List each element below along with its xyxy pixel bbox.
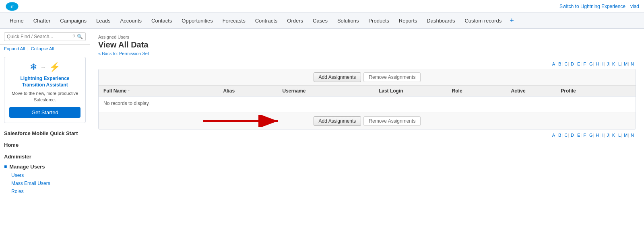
nav-custom-records[interactable]: Custom records: [460, 13, 506, 29]
nav-reports[interactable]: Reports: [394, 13, 422, 29]
alpha-bot-N[interactable]: N: [631, 133, 634, 138]
sidebar-section-mobile: Salesforce Mobile Quick Start: [0, 126, 90, 138]
alpha-nav-top: A| B| C| D| E| F| G| H| I| J| K| L| M| N: [98, 62, 636, 66]
collapse-all-link[interactable]: Collapse All: [31, 46, 54, 51]
top-bar-right: Switch to Lightning Experience viad: [559, 4, 639, 9]
bolt-icon: ⚡: [49, 62, 60, 72]
nav-home[interactable]: Home: [5, 13, 29, 29]
nav-plus[interactable]: +: [506, 16, 517, 25]
alpha-H[interactable]: H: [596, 62, 599, 66]
top-bar: sf Switch to Lightning Experience viad: [0, 0, 644, 13]
manage-users-label: Manage Users: [9, 164, 45, 170]
alpha-I[interactable]: I: [602, 62, 603, 66]
alpha-bot-A[interactable]: A: [552, 133, 555, 138]
nav-campaigns[interactable]: Campaigns: [55, 13, 91, 29]
alpha-bot-D[interactable]: D: [571, 133, 574, 138]
top-bar-left: sf: [5, 2, 19, 11]
table-area: Add Assignments Remove Assignments Full …: [98, 69, 636, 129]
add-assignments-button-bottom[interactable]: Add Assignments: [314, 116, 361, 126]
alpha-bot-G[interactable]: G: [589, 133, 593, 138]
alpha-L[interactable]: L: [618, 62, 621, 66]
alpha-bot-J[interactable]: J: [607, 133, 609, 138]
col-role: Role: [452, 88, 508, 94]
sidebar-section-administer: Administer: [0, 150, 90, 161]
alpha-K[interactable]: K: [612, 62, 615, 66]
no-records-message: No records to display.: [103, 101, 631, 106]
alpha-D[interactable]: D: [571, 62, 574, 66]
col-active: Active: [511, 88, 558, 94]
sidebar-item-roles[interactable]: Roles: [0, 187, 90, 195]
nav-orders[interactable]: Orders: [282, 13, 308, 29]
nav-accounts[interactable]: Accounts: [116, 13, 147, 29]
alpha-E[interactable]: E: [577, 62, 580, 66]
help-icon: ?: [72, 34, 75, 39]
alpha-bot-F[interactable]: F: [583, 133, 586, 138]
nav-dashboards[interactable]: Dashboards: [422, 13, 460, 29]
alpha-bot-K[interactable]: K: [612, 133, 615, 138]
separator: |: [27, 46, 29, 51]
promo-arrow-icon: →: [40, 64, 46, 70]
sidebar-manage-users-group[interactable]: ■ Manage Users: [0, 161, 90, 171]
lightning-promo: ❄ → ⚡ Lightning ExperienceTransition Ass…: [4, 57, 86, 123]
alpha-nav-bottom: A| B| C| D| E| F| G| H| I| J| K| L| M| N: [98, 133, 636, 138]
alpha-J[interactable]: J: [607, 62, 609, 66]
nav-chatter[interactable]: Chatter: [29, 13, 56, 29]
alpha-bot-I[interactable]: I: [602, 133, 603, 138]
user-label: viad: [630, 4, 639, 9]
nav-products[interactable]: Products: [363, 13, 394, 29]
salesforce-logo: sf: [5, 2, 19, 11]
alpha-bot-E[interactable]: E: [577, 133, 580, 138]
alpha-bot-H[interactable]: H: [596, 133, 599, 138]
alpha-M[interactable]: M: [624, 62, 627, 66]
col-last-login: Last Login: [379, 88, 449, 94]
breadcrumb: Assigned Users: [98, 35, 636, 39]
svg-text:sf: sf: [10, 4, 14, 8]
expand-collapse: Expand All | Collapse All: [0, 45, 90, 53]
alpha-F[interactable]: F: [583, 62, 586, 66]
sidebar-item-users[interactable]: Users: [0, 171, 90, 179]
alpha-A[interactable]: A: [552, 62, 555, 66]
remove-assignments-button-bottom[interactable]: Remove Assignments: [363, 116, 421, 126]
table-header: Full Name ↑ Alias Username Last Login Ro…: [99, 86, 636, 97]
main-content: Assigned Users View All Data Back to: Pe…: [90, 29, 644, 226]
alpha-bot-L[interactable]: L: [618, 133, 621, 138]
nav-forecasts[interactable]: Forecasts: [218, 13, 250, 29]
search-icon[interactable]: 🔍: [77, 34, 83, 39]
alpha-B[interactable]: B: [558, 62, 561, 66]
search-icons: ? 🔍: [72, 34, 83, 39]
expand-all-link[interactable]: Expand All: [4, 46, 25, 51]
alpha-G[interactable]: G: [589, 62, 593, 66]
get-started-button[interactable]: Get Started: [9, 107, 80, 118]
nav-opportunities[interactable]: Opportunities: [177, 13, 217, 29]
sidebar-item-mass-email[interactable]: Mass Email Users: [0, 179, 90, 187]
alpha-bot-B[interactable]: B: [558, 133, 561, 138]
nav-contracts[interactable]: Contracts: [250, 13, 283, 29]
back-link[interactable]: Back to: Permission Set: [98, 51, 149, 56]
snowflake-icon: ❄: [30, 62, 37, 72]
table-toolbar-top: Add Assignments Remove Assignments: [99, 69, 636, 86]
sidebar-search-area: ? 🔍: [0, 29, 90, 45]
promo-desc: Move to the new, more productive Salesfo…: [9, 90, 80, 103]
alpha-C[interactable]: C: [564, 62, 568, 66]
page-title: View All Data: [98, 40, 636, 49]
search-box[interactable]: ? 🔍: [4, 32, 86, 41]
alpha-bot-M[interactable]: M: [624, 133, 627, 138]
nav-cases[interactable]: Cases: [308, 13, 332, 29]
alpha-N[interactable]: N: [631, 62, 634, 66]
remove-assignments-button-top[interactable]: Remove Assignments: [363, 72, 421, 82]
col-profile: Profile: [561, 88, 631, 94]
sidebar-section-home: Home: [0, 138, 90, 150]
alpha-bot-C[interactable]: C: [564, 133, 568, 138]
nav-bar: Home Chatter Campaigns Leads Accounts Co…: [0, 13, 644, 29]
manage-users-icon: ■: [4, 164, 7, 169]
col-username: Username: [282, 88, 376, 94]
promo-title: Lightning ExperienceTransition Assistant: [9, 76, 80, 88]
add-assignments-button-top[interactable]: Add Assignments: [314, 72, 361, 82]
nav-solutions[interactable]: Solutions: [332, 13, 363, 29]
switch-lightning-link[interactable]: Switch to Lightning Experience: [559, 4, 625, 9]
col-full-name[interactable]: Full Name ↑: [103, 88, 220, 94]
nav-contacts[interactable]: Contacts: [147, 13, 177, 29]
table-toolbar-bottom: Add Assignments Remove Assignments: [99, 113, 636, 129]
nav-leads[interactable]: Leads: [91, 13, 115, 29]
search-input[interactable]: [7, 34, 71, 39]
